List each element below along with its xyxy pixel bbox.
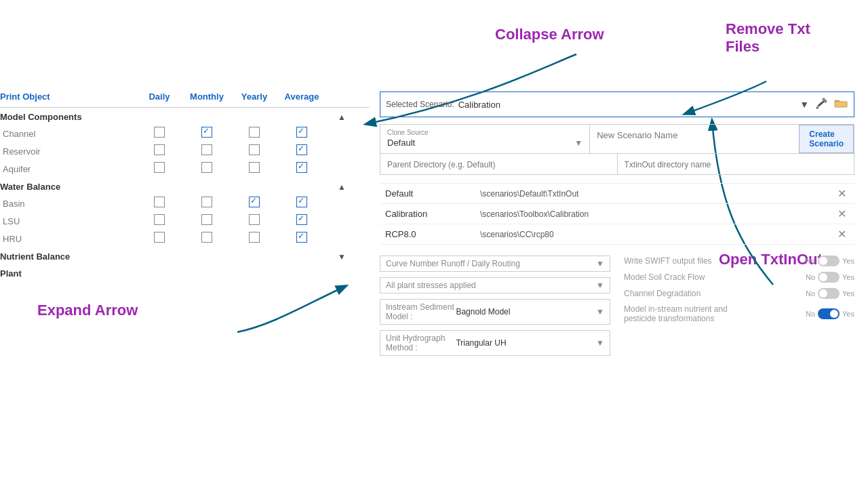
unit-hydro-label: Unit Hydrograph Method : — [386, 333, 456, 352]
check-hru-average[interactable] — [278, 232, 326, 245]
dropdown-curve-number[interactable]: Curve Number Runoff / Daily Routing ▼ — [380, 256, 610, 272]
toggle-degradation: Channel Degradation No Yes — [624, 288, 854, 299]
check-lsu-yearly[interactable] — [231, 214, 278, 228]
toggle-degradation-no: No — [806, 289, 815, 298]
txtinout-input[interactable] — [625, 160, 848, 169]
toggle-nutrient-switch[interactable] — [818, 308, 840, 319]
dropdown-sediment-model[interactable]: Instream Sediment Model : Bagnold Model … — [380, 299, 610, 325]
check-aquifer-daily[interactable] — [136, 162, 183, 176]
bottom-left: Curve Number Runoff / Daily Routing ▼ Al… — [380, 256, 610, 361]
sc-path-rcp80: \scenarios\CC\rcp80 — [480, 230, 835, 239]
row-label-channel: Channel — [0, 129, 136, 139]
check-basin-daily[interactable] — [136, 197, 183, 210]
dropdown-unit-hydro[interactable]: Unit Hydrograph Method : Triangular UH ▼ — [380, 330, 610, 356]
check-lsu-daily[interactable] — [136, 214, 183, 228]
remove-txt-annotation: Remove TxtFiles — [726, 20, 810, 56]
new-scenario-input[interactable] — [597, 130, 792, 140]
toggle-nutrient: Model in-stream nutrient andpesticide tr… — [624, 304, 854, 323]
check-aquifer-yearly[interactable] — [231, 162, 278, 176]
sc-remove-rcp80[interactable]: ✕ — [835, 228, 849, 241]
sediment-model-label: Instream Sediment Model : — [386, 302, 456, 321]
dropdown-plant-stresses[interactable]: All plant stresses applied ▼ — [380, 277, 610, 293]
toggle-crack-switch[interactable] — [818, 272, 840, 283]
scenario-bar: Selected Scenario: Calibration ▼ — [380, 92, 854, 117]
scenario-item-rcp80: RCP8.0 \scenarios\CC\rcp80 ✕ — [380, 224, 854, 245]
toggle-nutrient-label: Model in-stream nutrient andpesticide tr… — [624, 304, 806, 323]
check-hru-monthly[interactable] — [183, 232, 231, 245]
svg-rect-3 — [835, 102, 847, 107]
check-channel-yearly[interactable] — [231, 127, 278, 140]
row-hru: HRU — [0, 230, 370, 247]
clone-source-input[interactable]: Default — [387, 138, 572, 148]
check-hru-yearly[interactable] — [231, 232, 278, 245]
check-reservoir-daily[interactable] — [136, 144, 183, 158]
section-nutrient-balance: Nutrient Balance ▼ — [0, 247, 370, 264]
scenario-list: Default \scenarios\Default\TxtInOut ✕ Ca… — [380, 183, 854, 245]
collapse-arrow-model[interactable]: ▲ — [326, 113, 346, 122]
new-scenario-field — [590, 125, 799, 153]
toggle-crack-group: No Yes — [806, 272, 854, 283]
toggle-degradation-switch[interactable] — [818, 288, 840, 299]
create-scenario-button[interactable]: CreateScenario — [799, 125, 854, 153]
check-hru-daily[interactable] — [136, 232, 183, 245]
check-aquifer-average[interactable] — [278, 162, 326, 176]
check-reservoir-average[interactable] — [278, 144, 326, 158]
check-channel-average[interactable] — [278, 127, 326, 140]
sc-name-default: Default — [385, 188, 480, 199]
col-daily: Daily — [136, 92, 183, 102]
scenario-dropdown-arrow[interactable]: ▼ — [800, 99, 809, 110]
check-basin-monthly[interactable] — [183, 197, 231, 210]
check-lsu-monthly[interactable] — [183, 214, 231, 228]
section-title-plant: Plant — [0, 268, 136, 279]
check-channel-monthly[interactable] — [183, 127, 231, 140]
toggle-swift-label: Write SWIFT output files — [624, 256, 806, 266]
clone-source-field: Clone Source Default ▼ — [380, 125, 590, 153]
sc-path-calibration: \scenarios\Toolbox\Calibration — [480, 209, 835, 219]
toggle-nutrient-yes: Yes — [842, 310, 854, 318]
check-reservoir-yearly[interactable] — [231, 144, 278, 158]
sc-remove-calibration[interactable]: ✕ — [835, 207, 849, 220]
check-channel-daily[interactable] — [136, 127, 183, 140]
sc-remove-default[interactable]: ✕ — [835, 187, 849, 200]
plant-stresses-arrow: ▼ — [596, 281, 604, 290]
col-monthly: Monthly — [183, 92, 231, 102]
col-print-object: Print Object — [0, 92, 136, 102]
svg-marker-2 — [816, 106, 819, 109]
toggle-nutrient-no: No — [806, 310, 815, 318]
check-lsu-average[interactable] — [278, 214, 326, 228]
sediment-model-arrow: ▼ — [596, 307, 604, 317]
open-txtinout-icon[interactable] — [833, 96, 848, 114]
curve-number-arrow: ▼ — [596, 259, 604, 268]
check-basin-yearly[interactable] — [231, 197, 278, 210]
row-label-aquifer: Aquifer — [0, 164, 136, 174]
check-basin-average[interactable] — [278, 197, 326, 210]
unit-hydro-value: Triangular UH — [456, 338, 596, 348]
toggle-swift-switch[interactable] — [818, 256, 840, 266]
check-reservoir-monthly[interactable] — [183, 144, 231, 158]
expand-arrow-annotation: Expand Arrow — [37, 302, 138, 319]
section-water-balance: Water Balance ▲ — [0, 178, 370, 195]
sc-name-rcp80: RCP8.0 — [385, 229, 480, 239]
remove-txt-icon[interactable] — [814, 96, 829, 114]
check-aquifer-monthly[interactable] — [183, 162, 231, 176]
parent-dir-field — [380, 154, 618, 174]
toggle-crack-label: Model Soil Crack Flow — [624, 272, 806, 282]
parent-dir-input[interactable] — [387, 160, 610, 169]
toggle-crack: Model Soil Crack Flow No Yes — [624, 272, 854, 283]
row-basin: Basin — [0, 195, 370, 212]
clone-source-label: Clone Source — [387, 129, 583, 136]
section-plant: Plant — [0, 264, 370, 281]
clone-source-dropdown[interactable]: ▼ — [574, 138, 583, 148]
col-average: Average — [278, 92, 326, 102]
right-panel: Selected Scenario: Calibration ▼ — [380, 92, 854, 361]
row-label-hru: HRU — [0, 234, 136, 244]
scenario-label: Selected Scenario: — [386, 100, 454, 109]
expand-arrow-nutrient[interactable]: ▼ — [326, 252, 346, 262]
collapse-arrow-wb[interactable]: ▲ — [326, 182, 346, 192]
row-reservoir: Reservoir — [0, 142, 370, 160]
clone-row: Clone Source Default ▼ CreateScenario — [380, 124, 854, 154]
section-model-components: Model Components ▲ — [0, 108, 370, 125]
toggle-swift: Write SWIFT output files No Yes — [624, 256, 854, 266]
toggle-no: No — [806, 257, 815, 265]
bottom-section: Curve Number Runoff / Daily Routing ▼ Al… — [380, 256, 854, 361]
